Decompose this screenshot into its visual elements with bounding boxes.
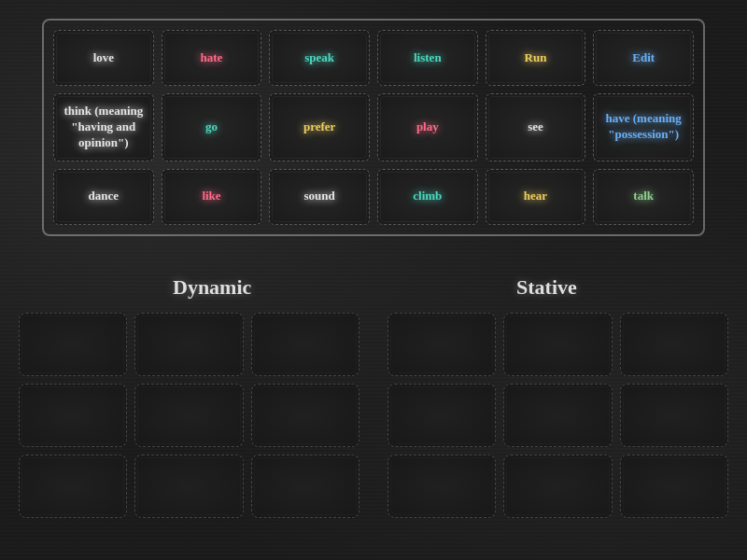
drop-card-stative-3[interactable] [388, 384, 496, 447]
drop-areas [19, 313, 728, 518]
word-card-see[interactable]: see [486, 93, 586, 161]
word-card-play[interactable]: play [377, 93, 478, 161]
word-card-like[interactable]: like [162, 169, 262, 225]
drop-card-dynamic-7[interactable] [134, 455, 243, 518]
dynamic-label: Dynamic [173, 275, 251, 300]
drop-card-stative-4[interactable] [503, 384, 612, 447]
drop-card-dynamic-5[interactable] [251, 384, 359, 447]
drop-card-stative-6[interactable] [388, 455, 496, 518]
drop-card-dynamic-1[interactable] [134, 313, 243, 376]
word-card-dance[interactable]: dance [53, 169, 154, 225]
drop-card-dynamic-8[interactable] [251, 455, 359, 518]
drop-card-stative-0[interactable] [388, 313, 496, 376]
source-area: lovehatespeaklistenRunEditthink (meaning… [42, 19, 705, 236]
stative-drop-section [388, 313, 728, 518]
word-card-go[interactable]: go [162, 93, 262, 161]
word-card-think[interactable]: think (meaning "having and opinion") [53, 93, 154, 161]
word-card-climb[interactable]: climb [377, 169, 478, 225]
word-card-edit[interactable]: Edit [593, 30, 694, 86]
drop-card-stative-8[interactable] [620, 455, 728, 518]
word-card-have[interactable]: have (meaning "possession") [593, 93, 694, 161]
word-card-talk[interactable]: talk [593, 169, 694, 225]
word-card-speak[interactable]: speak [269, 30, 370, 86]
word-card-hear[interactable]: hear [486, 169, 586, 225]
word-card-listen[interactable]: listen [377, 30, 478, 86]
drop-card-stative-1[interactable] [503, 313, 612, 376]
word-card-prefer[interactable]: prefer [269, 93, 370, 161]
word-card-love[interactable]: love [53, 30, 154, 86]
drop-card-dynamic-0[interactable] [19, 313, 127, 376]
stative-label: Stative [516, 275, 577, 300]
drop-card-stative-2[interactable] [620, 313, 728, 376]
word-card-sound[interactable]: sound [269, 169, 370, 225]
drop-card-dynamic-4[interactable] [134, 384, 243, 447]
dynamic-drop-section [19, 313, 359, 518]
word-card-run[interactable]: Run [486, 30, 586, 86]
drop-card-dynamic-6[interactable] [19, 455, 127, 518]
word-card-hate[interactable]: hate [162, 30, 262, 86]
drop-card-dynamic-2[interactable] [251, 313, 359, 376]
drop-card-stative-7[interactable] [503, 455, 612, 518]
drop-card-stative-5[interactable] [620, 384, 728, 447]
drop-card-dynamic-3[interactable] [19, 384, 127, 447]
